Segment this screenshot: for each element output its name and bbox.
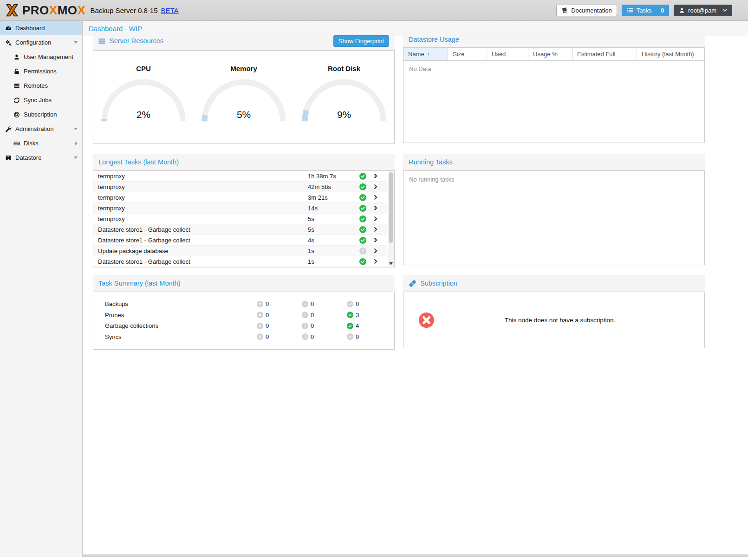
- proxmox-x-icon: [4, 3, 20, 18]
- summary-row: Backups 0 0 0: [93, 299, 394, 310]
- sidebar-item-permissions[interactable]: Permissions: [0, 64, 82, 78]
- sidebar-item-dashboard[interactable]: Dashboard: [0, 21, 82, 35]
- sidebar-item-remotes[interactable]: Remotes: [0, 78, 82, 93]
- wrench-icon: [5, 125, 12, 132]
- sidebar-item-datastore[interactable]: Datastore: [0, 150, 82, 165]
- scrollbar[interactable]: [388, 171, 394, 267]
- error-count: 0: [266, 300, 269, 307]
- gears-icon: [5, 39, 12, 46]
- task-name: termproxy: [93, 194, 308, 201]
- column-header-usage-pct[interactable]: Usage %: [528, 48, 572, 60]
- task-row[interactable]: termproxy 3m 21s: [93, 192, 387, 203]
- sidebar-item-user-management[interactable]: User Management: [0, 50, 82, 64]
- task-row[interactable]: Datastore store1 - Garbage collect 1s: [93, 256, 387, 267]
- bottom-bar: [83, 554, 748, 557]
- longest-tasks-header: Longest Tasks (last Month): [93, 154, 395, 170]
- column-header-size[interactable]: Size: [448, 48, 487, 60]
- scrollbar-thumb[interactable]: [389, 172, 393, 243]
- task-duration: 5s: [308, 215, 355, 222]
- subscription-message: This node does not have a subscription.: [434, 317, 704, 324]
- column-header-name[interactable]: Name↑: [403, 48, 448, 60]
- ok-count: 0: [356, 333, 359, 340]
- sidebar-item-configuration[interactable]: Configuration: [0, 35, 82, 50]
- summary-category: Garbage collections: [93, 322, 257, 329]
- task-name: Datastore store1 - Garbage collect: [93, 258, 308, 265]
- error-status-icon: [257, 323, 263, 329]
- sidebar-item-sync-jobs[interactable]: Sync Jobs: [0, 93, 82, 107]
- task-duration: 4s: [308, 237, 355, 244]
- task-row[interactable]: termproxy 14s: [93, 203, 387, 214]
- column-header-history[interactable]: History (last Month): [637, 48, 704, 60]
- task-row[interactable]: termproxy 42m 58s: [93, 182, 387, 192]
- error-status-icon: [257, 312, 263, 318]
- resources-bars-icon: [98, 38, 106, 44]
- gauge-label: CPU: [93, 65, 194, 72]
- running-tasks-panel: Running Tasks No running tasks: [403, 154, 705, 265]
- ticket-icon: [409, 280, 416, 287]
- gauge-arc: 5%: [200, 79, 288, 125]
- collapse-arrow-icon[interactable]: [74, 128, 78, 130]
- task-name: termproxy: [93, 183, 308, 190]
- scroll-down-arrow-icon[interactable]: [389, 262, 393, 265]
- tasks-button[interactable]: Tasks 0: [622, 5, 669, 16]
- collapse-arrow-icon[interactable]: [74, 156, 78, 159]
- open-task-chevron-icon[interactable]: [370, 173, 387, 179]
- ok-count: 3: [356, 312, 359, 319]
- open-task-chevron-icon[interactable]: [370, 195, 387, 200]
- show-fingerprint-button[interactable]: Show Fingerprint: [333, 35, 389, 47]
- subscription-header: Subscription: [403, 275, 705, 292]
- task-duration: 5s: [308, 226, 355, 233]
- longest-tasks-list: termproxy 1h 38m 7s termproxy 42m 58s: [93, 171, 387, 267]
- warning-status-icon: [302, 323, 308, 329]
- sidebar-item-administration[interactable]: Administration: [0, 122, 82, 136]
- task-row[interactable]: termproxy 5s: [93, 214, 387, 224]
- chevron-down-icon: [722, 9, 727, 12]
- column-header-estimated-full[interactable]: Estimated Full: [572, 48, 637, 60]
- open-task-chevron-icon[interactable]: [370, 205, 387, 211]
- task-row[interactable]: Update package database 1s: [93, 246, 387, 256]
- beta-link[interactable]: BETA: [161, 7, 179, 14]
- task-status-icon: [359, 237, 366, 244]
- user-menu-button[interactable]: root@pam: [674, 5, 732, 16]
- sidebar-item-subscription[interactable]: Subscription: [0, 107, 82, 122]
- ok-count: 0: [356, 300, 359, 307]
- task-name: Update package database: [93, 247, 308, 254]
- resource-gauge: CPU 2%: [93, 65, 194, 143]
- task-name: termproxy: [93, 205, 308, 212]
- gauge-arc: 2%: [99, 79, 188, 125]
- task-name: Datastore store1 - Garbage collect: [93, 237, 308, 244]
- task-row[interactable]: Datastore store1 - Garbage collect 5s: [93, 224, 387, 235]
- server-resources-panel: Server Resources Show Fingerprint CPU 2%: [93, 32, 395, 144]
- error-status-icon: [257, 333, 263, 340]
- documentation-button[interactable]: Documentation: [556, 5, 617, 16]
- task-row[interactable]: Datastore store1 - Garbage collect 4s: [93, 235, 387, 246]
- open-task-chevron-icon[interactable]: [370, 259, 387, 264]
- hard-drive-icon: [13, 140, 20, 147]
- unlock-icon: [13, 68, 20, 75]
- expand-arrow-icon[interactable]: [75, 142, 78, 145]
- sidebar-item-disks[interactable]: Disks: [0, 136, 82, 150]
- warning-count: 0: [311, 333, 314, 340]
- ok-status-icon: [347, 301, 353, 307]
- task-summary-panel: Task Summary (last Month) Backups 0 0: [93, 275, 395, 350]
- open-task-chevron-icon[interactable]: [370, 227, 387, 232]
- gauge-value: 9%: [337, 109, 351, 120]
- proxmox-logo: PROXMOX: [4, 3, 85, 18]
- open-task-chevron-icon[interactable]: [370, 237, 387, 243]
- life-ring-icon: [13, 111, 20, 118]
- task-status-icon: [359, 215, 366, 222]
- empty-state-text: No Data: [403, 61, 704, 77]
- collapse-arrow-icon[interactable]: [74, 41, 78, 44]
- warning-status-icon: [302, 333, 308, 340]
- summary-row: Syncs 0 0 0: [93, 332, 394, 343]
- gauge-value: 2%: [137, 109, 150, 120]
- gauge-label: Root Disk: [294, 65, 394, 72]
- open-task-chevron-icon[interactable]: [370, 248, 387, 254]
- warning-count: 0: [311, 300, 314, 307]
- resource-gauge: Memory 5%: [194, 65, 294, 143]
- task-row[interactable]: termproxy 1h 38m 7s: [93, 171, 387, 182]
- open-task-chevron-icon[interactable]: [370, 184, 387, 189]
- task-status-icon: [359, 173, 366, 180]
- open-task-chevron-icon[interactable]: [370, 216, 387, 221]
- column-header-used[interactable]: Used: [487, 48, 528, 60]
